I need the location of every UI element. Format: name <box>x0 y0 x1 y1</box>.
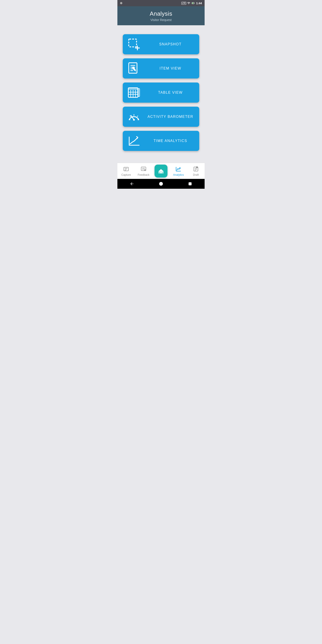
home-button[interactable] <box>159 182 163 186</box>
time-analytics-button[interactable]: TIME ANALYTICS <box>123 131 199 151</box>
activity-barometer-label: ACTIVITY BAROMETER <box>145 115 199 119</box>
page-subtitle: Visitor Request <box>121 18 201 22</box>
item-view-button[interactable]: ITEM VIEW <box>123 58 199 78</box>
svg-point-27 <box>133 119 135 121</box>
page-title: Analysis <box>121 10 201 17</box>
table-view-label: TABLE VIEW <box>145 90 199 94</box>
time-analytics-label: TIME ANALYTICS <box>145 139 199 143</box>
time-analytics-icon-area <box>123 134 145 148</box>
svg-point-51 <box>160 182 163 186</box>
svg-rect-20 <box>138 89 140 96</box>
nav-home[interactable] <box>152 163 170 179</box>
snapshot-button[interactable]: SNAPSHOT <box>123 34 199 54</box>
time-analytics-icon <box>127 134 141 148</box>
nav-analytics[interactable]: Analytics <box>170 163 187 179</box>
draft-icon <box>193 166 199 172</box>
status-right: LTE 1:44 <box>181 2 202 5</box>
table-view-icon-area <box>123 86 145 100</box>
bottom-nav: Capture Feedback <box>118 163 204 179</box>
draft-label: Draft <box>193 173 199 176</box>
item-view-icon <box>127 62 141 75</box>
home-icon <box>158 168 164 175</box>
android-nav-bar <box>118 179 204 189</box>
signal-icon <box>187 2 190 5</box>
snapshot-icon <box>127 37 141 51</box>
svg-line-24 <box>130 116 131 116</box>
svg-rect-52 <box>189 182 192 185</box>
activity-barometer-button[interactable]: ACTIVITY BAROMETER <box>123 107 199 127</box>
svg-line-25 <box>137 116 138 116</box>
table-view-button[interactable]: TABLE VIEW <box>123 82 199 103</box>
svg-rect-2 <box>194 3 194 3</box>
item-view-label: ITEM VIEW <box>145 66 199 70</box>
table-view-icon <box>127 86 141 100</box>
feedback-icon <box>140 166 147 172</box>
nav-draft[interactable]: Draft <box>187 163 204 179</box>
feedback-label: Feedback <box>138 173 150 176</box>
capture-icon <box>123 166 129 172</box>
circle-icon <box>159 182 163 186</box>
svg-rect-14 <box>128 88 138 90</box>
svg-point-50 <box>196 166 198 168</box>
analytics-icon <box>175 166 182 172</box>
square-icon <box>188 182 192 186</box>
status-left <box>120 2 122 4</box>
nav-feedback[interactable]: Feedback <box>135 163 152 179</box>
status-bar: LTE 1:44 <box>118 0 204 6</box>
svg-rect-30 <box>124 167 128 171</box>
snapshot-label: SNAPSHOT <box>145 42 199 46</box>
barometer-icon <box>127 110 141 124</box>
back-button[interactable] <box>130 182 134 186</box>
analytics-label: Analytics <box>173 173 184 176</box>
recents-button[interactable] <box>188 182 192 186</box>
home-center-icon <box>154 164 168 178</box>
battery-icon <box>191 2 195 5</box>
svg-rect-3 <box>129 39 137 47</box>
lte-icon: LTE <box>181 2 186 5</box>
capture-label: Capture <box>122 173 131 176</box>
snapshot-icon-area <box>123 37 145 51</box>
app-header: Analysis Visitor Request <box>118 6 204 25</box>
item-view-icon-area <box>123 62 145 75</box>
wifi-icon <box>120 2 122 4</box>
main-content: SNAPSHOT ITEM VIEW <box>118 25 204 163</box>
nav-capture[interactable]: Capture <box>118 163 135 179</box>
barometer-icon-area <box>123 110 145 124</box>
back-icon <box>130 182 134 186</box>
time-display: 1:44 <box>196 2 202 5</box>
